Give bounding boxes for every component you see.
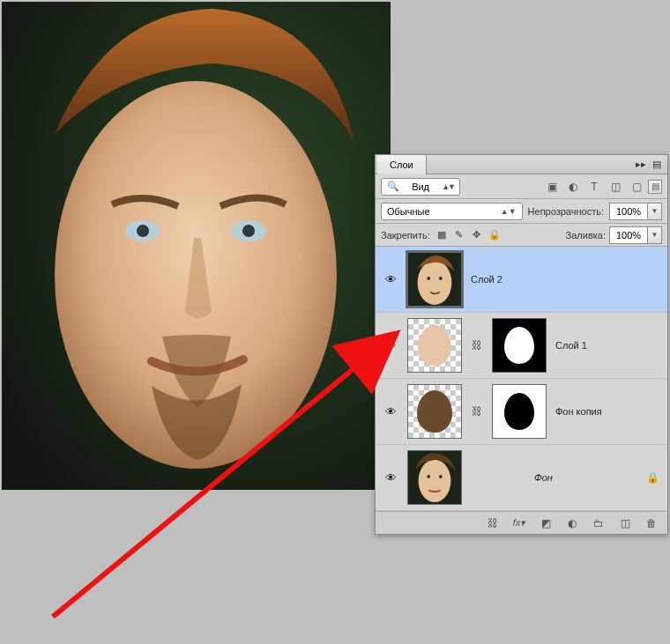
filter-adjust-icon[interactable]: ◐ bbox=[567, 181, 579, 193]
fill-dropdown-icon[interactable]: ▼ bbox=[648, 226, 662, 244]
adjustment-layer-icon[interactable]: ◐ bbox=[565, 516, 579, 530]
svg-point-11 bbox=[419, 460, 451, 502]
visibility-icon[interactable]: 👁 bbox=[383, 405, 398, 418]
layer-row[interactable]: 👁 Слой 2 bbox=[376, 247, 667, 313]
mask-link-icon[interactable]: ⛓ bbox=[471, 405, 483, 418]
svg-point-4 bbox=[137, 225, 149, 237]
lock-brush-icon[interactable]: ✎ bbox=[453, 229, 465, 241]
layers-list: 👁 Слой 2 👁 ⛓ Слой 1 👁 ⛓ bbox=[376, 247, 667, 511]
chevron-updown-icon: ▲▼ bbox=[442, 182, 454, 191]
filter-row: 🔍 Вид ▲▼ ▣ ◐ T ◫ ▢ ▤ bbox=[376, 174, 667, 199]
layer-row[interactable]: 👁 ⛓ Слой 1 bbox=[376, 313, 667, 379]
svg-point-12 bbox=[427, 475, 430, 478]
link-layers-icon[interactable]: ⛓ bbox=[486, 516, 500, 530]
filter-type-icon[interactable]: T bbox=[588, 181, 600, 193]
opacity-label: Непрозрачность: bbox=[528, 206, 604, 217]
collapse-icon[interactable]: ▸▸ bbox=[636, 159, 646, 170]
new-layer-icon[interactable]: ◫ bbox=[618, 516, 632, 530]
svg-point-13 bbox=[439, 475, 443, 478]
workspace: Слои ▸▸ ▤ 🔍 Вид ▲▼ ▣ ◐ T ◫ ▢ ▤ bbox=[0, 0, 670, 644]
opacity-dropdown-icon[interactable]: ▼ bbox=[648, 203, 662, 220]
lock-row: Закрепить: ▩ ✎ ✥ 🔒 Заливка: 100% ▼ bbox=[376, 224, 667, 247]
panel-tabbar: Слои ▸▸ ▤ bbox=[376, 155, 667, 174]
layer-thumbnail[interactable] bbox=[407, 450, 462, 505]
mask-link-icon[interactable]: ⛓ bbox=[471, 339, 483, 352]
filter-smart-icon[interactable]: ▢ bbox=[630, 181, 643, 193]
trash-icon[interactable]: 🗑 bbox=[644, 516, 659, 530]
lock-move-icon[interactable]: ✥ bbox=[471, 229, 483, 241]
filter-image-icon[interactable]: ▣ bbox=[546, 181, 558, 193]
visibility-icon[interactable]: 👁 bbox=[383, 273, 398, 286]
svg-point-8 bbox=[427, 277, 430, 280]
tab-label: Слои bbox=[390, 159, 413, 170]
lock-label: Закрепить: bbox=[381, 230, 430, 241]
lock-icon: 🔒 bbox=[644, 471, 660, 484]
visibility-icon[interactable]: 👁 bbox=[383, 471, 398, 485]
blend-mode-value: Обычные bbox=[387, 206, 430, 217]
layer-row[interactable]: 👁 Фон 🔒 bbox=[376, 445, 667, 511]
layer-name[interactable]: Фон копия bbox=[555, 406, 660, 417]
panel-menu-icon[interactable]: ▤ bbox=[651, 159, 662, 170]
layer-row[interactable]: 👁 ⛓ Фон копия bbox=[376, 379, 667, 445]
search-icon: 🔍 bbox=[387, 181, 399, 192]
layer-thumbnail[interactable] bbox=[407, 318, 462, 373]
layer-kind-select[interactable]: 🔍 Вид ▲▼ bbox=[381, 178, 460, 196]
tab-layers[interactable]: Слои bbox=[377, 155, 427, 174]
kind-label: Вид bbox=[412, 181, 429, 192]
blend-row: Обычные ▲▼ Непрозрачность: 100% ▼ bbox=[376, 199, 667, 224]
layer-thumbnail[interactable] bbox=[407, 384, 462, 439]
fill-input[interactable]: 100% bbox=[609, 226, 648, 244]
layer-thumbnail[interactable] bbox=[407, 252, 462, 307]
svg-point-5 bbox=[242, 225, 255, 237]
layer-mask-thumbnail[interactable] bbox=[492, 318, 547, 373]
layer-name[interactable]: Слой 2 bbox=[471, 274, 660, 285]
layers-bottom-bar: ⛓ fx▾ ◩ ◐ 🗀 ◫ 🗑 bbox=[376, 511, 667, 534]
layer-name[interactable]: Фон bbox=[534, 472, 636, 483]
lock-transparency-icon[interactable]: ▩ bbox=[436, 229, 448, 241]
group-icon[interactable]: 🗀 bbox=[592, 516, 606, 530]
layers-panel: Слои ▸▸ ▤ 🔍 Вид ▲▼ ▣ ◐ T ◫ ▢ ▤ bbox=[375, 154, 668, 535]
visibility-icon[interactable]: 👁 bbox=[383, 339, 398, 352]
chevron-updown-icon: ▲▼ bbox=[501, 207, 517, 216]
layer-name[interactable]: Слой 1 bbox=[555, 340, 660, 351]
layer-mask-thumbnail[interactable] bbox=[492, 384, 547, 439]
lock-all-icon[interactable]: 🔒 bbox=[488, 229, 501, 241]
add-mask-icon[interactable]: ◩ bbox=[539, 516, 553, 530]
filter-shape-icon[interactable]: ◫ bbox=[609, 181, 622, 193]
blend-mode-select[interactable]: Обычные ▲▼ bbox=[381, 203, 523, 220]
composite-image bbox=[2, 2, 391, 490]
opacity-input[interactable]: 100% bbox=[609, 203, 648, 220]
filter-toggle-icon[interactable]: ▤ bbox=[648, 180, 662, 194]
svg-point-7 bbox=[418, 261, 452, 305]
fill-label: Заливка: bbox=[566, 230, 606, 241]
document-canvas[interactable] bbox=[2, 2, 391, 490]
fx-icon[interactable]: fx▾ bbox=[512, 516, 526, 530]
svg-point-9 bbox=[439, 277, 443, 280]
